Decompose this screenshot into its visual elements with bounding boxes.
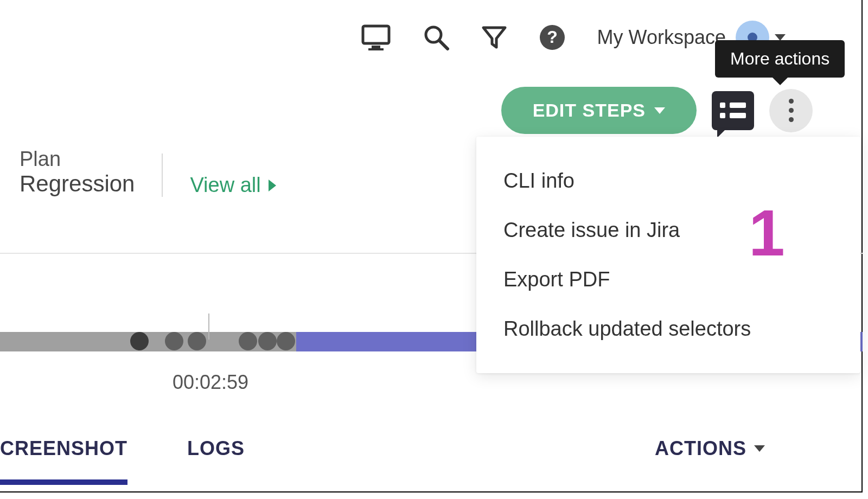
detail-tabs: CREENSHOT LOGS ACTIONS bbox=[0, 432, 863, 465]
timeline-time-label: 00:02:59 bbox=[173, 371, 248, 394]
svg-rect-2 bbox=[368, 48, 384, 50]
actions-dropdown[interactable]: ACTIONS bbox=[655, 432, 765, 465]
more-actions-button[interactable] bbox=[769, 89, 813, 132]
timeline-marker[interactable] bbox=[188, 332, 206, 350]
chevron-down-icon bbox=[754, 445, 765, 452]
test-meta: Plan Regression View all bbox=[20, 148, 276, 197]
annotation-number: 1 bbox=[749, 195, 785, 270]
svg-rect-0 bbox=[363, 26, 389, 43]
timeline-marker[interactable] bbox=[130, 332, 149, 350]
workspace-label: My Workspace bbox=[597, 26, 726, 49]
timeline-marker[interactable] bbox=[258, 332, 277, 350]
svg-text:?: ? bbox=[547, 27, 558, 47]
menu-item-create-jira-issue[interactable]: Create issue in Jira bbox=[476, 206, 860, 255]
app-frame: ? My Workspace More actions EDIT STEPS bbox=[0, 0, 863, 492]
tab-logs[interactable]: LOGS bbox=[187, 432, 245, 465]
chevron-down-icon bbox=[654, 107, 665, 114]
tooltip-more-actions: More actions bbox=[715, 40, 845, 78]
more-actions-menu: CLI info Create issue in Jira Export PDF… bbox=[476, 137, 860, 373]
view-all-link[interactable]: View all bbox=[190, 174, 276, 197]
comments-button[interactable] bbox=[712, 91, 754, 130]
filter-icon[interactable] bbox=[481, 24, 507, 50]
tab-screenshot[interactable]: CREENSHOT bbox=[0, 432, 127, 465]
menu-item-cli-info[interactable]: CLI info bbox=[476, 156, 860, 206]
search-icon[interactable] bbox=[423, 24, 450, 51]
actions-label: ACTIONS bbox=[655, 437, 746, 460]
view-all-label: View all bbox=[190, 174, 260, 197]
page-action-row: EDIT STEPS bbox=[501, 87, 813, 134]
comments-icon bbox=[720, 103, 746, 118]
timeline-marker[interactable] bbox=[239, 332, 257, 350]
menu-item-export-pdf[interactable]: Export PDF bbox=[476, 255, 860, 304]
help-icon[interactable]: ? bbox=[539, 24, 566, 51]
plan-value: Regression bbox=[20, 171, 135, 197]
edit-steps-label: EDIT STEPS bbox=[533, 100, 646, 121]
chevron-right-icon bbox=[269, 180, 276, 191]
plan-label: Plan bbox=[20, 148, 135, 171]
monitor-icon[interactable] bbox=[361, 24, 391, 51]
divider bbox=[162, 153, 163, 197]
timeline-tick bbox=[208, 314, 209, 340]
timeline-marker[interactable] bbox=[277, 332, 295, 350]
menu-item-rollback-selectors[interactable]: Rollback updated selectors bbox=[476, 304, 860, 354]
edit-steps-button[interactable]: EDIT STEPS bbox=[501, 87, 697, 134]
svg-rect-1 bbox=[372, 46, 380, 48]
timeline-marker[interactable] bbox=[165, 332, 183, 350]
svg-line-4 bbox=[439, 41, 448, 49]
